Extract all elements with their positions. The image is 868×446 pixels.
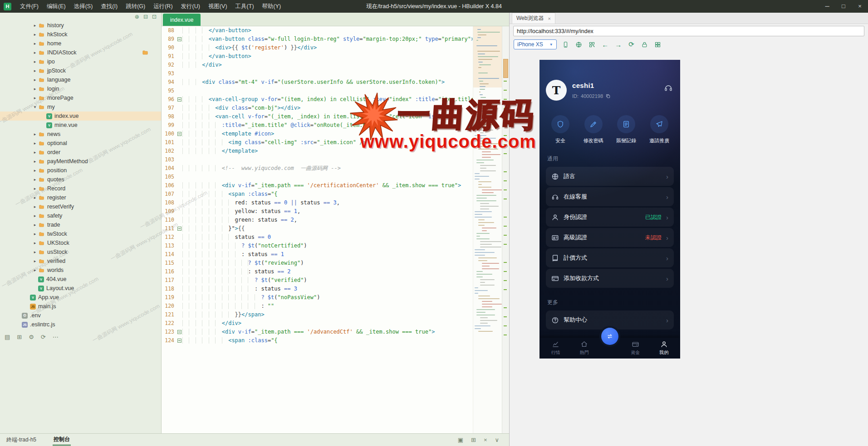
tree-item-verified[interactable]: ▸verified xyxy=(0,257,161,266)
tree-item-404.vue[interactable]: V404.vue xyxy=(0,275,161,284)
tab-行情[interactable]: 行情 xyxy=(543,340,569,356)
quick-action-修改密碼[interactable]: 修改密碼 xyxy=(580,115,607,144)
menu-item-9[interactable]: 帮助(Y) xyxy=(258,0,285,13)
tree-item-resetVerify[interactable]: ▸resetVerify xyxy=(0,202,161,211)
tree-item-news[interactable]: ▸news xyxy=(0,130,161,139)
tree-item-payMentMethod[interactable]: ▸payMentMethod xyxy=(0,157,161,166)
tree-item-quotes[interactable]: ▸quotes xyxy=(0,175,161,184)
menu-item-4[interactable]: 跳转(G) xyxy=(122,0,149,13)
fold-icon[interactable] xyxy=(177,330,181,334)
menu-item-6[interactable]: 发行(U) xyxy=(177,0,204,13)
tree-item-usStock[interactable]: ▸usStock xyxy=(0,247,161,257)
sync-icon[interactable]: ⟳ xyxy=(41,334,46,340)
close-icon[interactable]: × xyxy=(484,436,487,443)
tree-item-Layout.vue[interactable]: VLayout.vue xyxy=(0,284,161,293)
tree-item-mine.vue[interactable]: Vmine.vue xyxy=(0,121,161,130)
export-icon[interactable]: ⊞ xyxy=(471,436,476,443)
reveal-in-explorer-icon[interactable] xyxy=(142,49,151,57)
tree-item-index.vue[interactable]: Vindex.vue xyxy=(0,112,161,121)
avatar[interactable]: T xyxy=(546,80,567,101)
scrollbar-thumb[interactable] xyxy=(503,59,508,78)
tree-item-App.vue[interactable]: VApp.vue xyxy=(0,293,161,302)
fold-icon[interactable] xyxy=(177,227,181,231)
tree-item-login[interactable]: ▸login xyxy=(0,84,161,93)
menu-item-高級認證[interactable]: 高級認證未認證› xyxy=(546,228,674,247)
device-sync-icon[interactable] xyxy=(562,40,570,48)
tree-item-home[interactable]: ▸home xyxy=(0,39,161,48)
files-icon[interactable]: ▤ xyxy=(5,334,10,340)
open-browser-icon[interactable] xyxy=(575,40,583,48)
tree-item-trade[interactable]: ▸trade xyxy=(0,220,161,229)
menu-item-幫助中心[interactable]: 幫助中心› xyxy=(546,310,674,330)
tree-item-safety[interactable]: ▸safety xyxy=(0,211,161,220)
close-tab-icon[interactable]: × xyxy=(548,16,550,21)
menu-item-0[interactable]: 文件(F) xyxy=(16,0,43,13)
back-icon[interactable]: ← xyxy=(601,40,609,48)
settings-icon[interactable]: ⚙ xyxy=(29,334,34,340)
copy-icon[interactable] xyxy=(605,93,611,99)
tree-item-twStock[interactable]: ▸twStock xyxy=(0,229,161,238)
console-tab[interactable]: 控制台 xyxy=(53,434,71,446)
fold-icon[interactable] xyxy=(177,37,181,41)
menu-item-7[interactable]: 视图(V) xyxy=(204,0,231,13)
menu-item-3[interactable]: 查找(I) xyxy=(97,0,122,13)
new-file-icon[interactable]: ⊕ xyxy=(135,14,139,20)
more-icon[interactable]: ⋯ xyxy=(53,334,59,340)
tree-item-language[interactable]: ▸language xyxy=(0,75,161,84)
terminal-tab[interactable]: 終端-trad-h5 xyxy=(6,436,36,444)
editor-tab-index-vue[interactable]: index.vue xyxy=(163,14,201,26)
close-button[interactable]: × xyxy=(852,0,868,13)
menu-item-1[interactable]: 编辑(E) xyxy=(43,0,70,13)
trade-fab-button[interactable] xyxy=(601,328,618,345)
menu-item-2[interactable]: 选择(S) xyxy=(70,0,97,13)
tree-item-main.js[interactable]: JSmain.js xyxy=(0,302,161,311)
tree-item-jpStock[interactable]: ▸jpStock xyxy=(0,66,161,75)
collapse-icon[interactable]: ∨ xyxy=(495,436,499,443)
tree-item-.env[interactable]: ⚙.env xyxy=(0,311,161,320)
forward-icon[interactable]: → xyxy=(614,40,623,48)
menu-item-在線客服[interactable]: 在線客服› xyxy=(546,187,674,206)
support-headset-icon[interactable] xyxy=(664,83,673,92)
tab-我的[interactable]: 我的 xyxy=(651,340,677,356)
tree-item-order[interactable]: ▸order xyxy=(0,148,161,157)
menu-item-身份認證[interactable]: 身份認證已認證› xyxy=(546,208,674,227)
menu-item-5[interactable]: 运行(R) xyxy=(149,0,177,13)
quick-action-安全[interactable]: 安全 xyxy=(547,115,574,144)
maximize-button[interactable]: □ xyxy=(835,0,852,13)
minimize-button[interactable]: ─ xyxy=(819,0,835,13)
grid-icon[interactable] xyxy=(654,40,662,48)
tab-熱門[interactable]: 熱門 xyxy=(571,340,598,356)
editor-scrollbar[interactable] xyxy=(502,26,509,433)
tree-item-position[interactable]: ▸position xyxy=(0,166,161,175)
tree-item-history[interactable]: ▸history xyxy=(0,21,161,30)
refresh-icon[interactable]: ⟳ xyxy=(628,40,636,48)
tree-item-ipo[interactable]: ▸ipo xyxy=(0,57,161,66)
code-area[interactable]: 88 </van-button>89 <van-button class="w-… xyxy=(162,26,473,433)
quick-action-邀請推廣[interactable]: 邀請推廣 xyxy=(646,115,673,144)
tree-item-INDIAStock[interactable]: ▸INDIAStock xyxy=(0,48,161,57)
lock-icon[interactable] xyxy=(641,40,649,48)
tree-item-hkStock[interactable]: ▸hkStock xyxy=(0,30,161,39)
tab-資金[interactable]: 資金 xyxy=(622,340,648,356)
quick-action-賬變記錄[interactable]: 賬變記錄 xyxy=(613,115,640,144)
tree-item-.eslintrc.js[interactable]: JS.eslintrc.js xyxy=(0,320,161,329)
qrcode-icon[interactable] xyxy=(588,40,596,48)
collapse-all-icon[interactable]: ⊟ xyxy=(143,14,148,20)
menu-item-語言[interactable]: 語言› xyxy=(546,167,674,186)
menu-item-添加收款方式[interactable]: 添加收款方式› xyxy=(546,269,674,288)
device-select[interactable]: iPhone XS ▼ xyxy=(514,39,557,49)
tree-item-worlds[interactable]: ▸worlds xyxy=(0,266,161,275)
url-input[interactable] xyxy=(513,26,864,36)
menu-item-8[interactable]: 工具(T) xyxy=(231,0,258,13)
minimap[interactable] xyxy=(473,26,502,433)
fold-icon[interactable] xyxy=(177,132,181,136)
panel-icon[interactable]: ▣ xyxy=(458,436,463,443)
menu-item-計價方式[interactable]: 計價方式› xyxy=(546,248,674,267)
locate-file-icon[interactable]: ⊡ xyxy=(152,14,157,20)
tab-web-browser[interactable]: Web浏览器 × xyxy=(512,13,555,24)
layout-icon[interactable]: ⊞ xyxy=(17,334,22,340)
tree-item-Record[interactable]: ▸Record xyxy=(0,184,161,193)
fold-icon[interactable] xyxy=(177,339,181,343)
tree-item-register[interactable]: ▸register xyxy=(0,193,161,202)
tree-item-morePage[interactable]: ▸morePage xyxy=(0,93,161,102)
